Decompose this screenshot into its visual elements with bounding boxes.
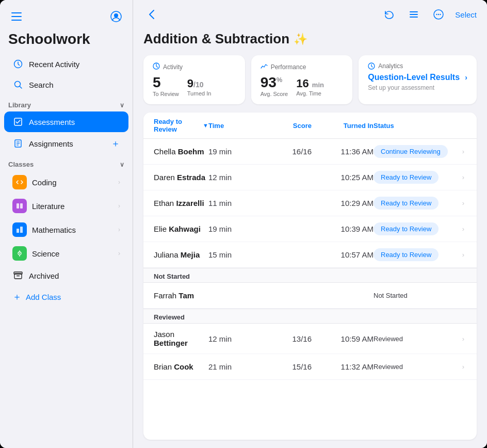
classes-chevron-icon: ∨ [120,161,124,168]
col-header-name[interactable]: Ready to Review ▼ [154,118,208,133]
add-class-label: Add Class [26,293,61,301]
not-started-section-header: Not Started [143,268,477,283]
mathematics-label: Mathematics [32,226,76,234]
analytics-chevron-icon: › [465,73,467,82]
sidebar-item-label: Recent Activity [29,60,79,69]
to-review-stat: 5 To Review [153,75,179,97]
performance-card[interactable]: Performance 93% Avg. Score 16 min Avg. T… [251,55,353,104]
status-badge: Reviewed [374,360,403,373]
row-chevron-icon: › [462,363,464,371]
table-row[interactable]: Ethan Izzarelli 11 min 10:29 AM Ready to… [143,190,477,216]
analytics-card-subtitle: Set up your assessment [368,84,467,91]
td-time: 15 min [208,250,260,259]
sidebar-item-archived[interactable]: Archived [4,266,128,285]
status-badge: Reviewed [374,332,403,345]
td-turned-in: 11:32 AM [312,362,374,371]
sidebar-item-label: Search [29,81,54,89]
svg-rect-12 [17,203,19,209]
td-time: 19 min [208,225,260,233]
td-score: 13/16 [260,334,312,343]
table-row[interactable]: Elie Kahwagi 19 min 10:39 AM Ready to Re… [143,216,477,242]
td-status: Ready to Review › [374,171,466,184]
td-turned-in: 11:36 AM [312,147,374,156]
td-score: 15/16 [260,362,312,371]
sort-icon: ▼ [203,122,208,129]
literature-class-icon [12,199,27,213]
col-header-status[interactable]: Status [374,118,466,133]
archived-icon [12,270,24,281]
table-row[interactable]: Brian Cook 21 min 15/16 11:32 AM Reviewe… [143,354,477,380]
classes-section-header: Classes ∨ [0,154,133,170]
undo-button[interactable] [381,6,397,23]
sidebar-toggle-button[interactable] [8,8,25,25]
profile-icon[interactable] [108,8,124,25]
mathematics-class-icon [12,222,27,237]
table-row[interactable]: Chella Boehm 19 min 16/16 11:36 AM Conti… [143,139,477,165]
svg-rect-25 [410,17,418,18]
more-options-button[interactable] [430,6,447,23]
page-title: Addition & Subtraction ✨ [133,29,487,55]
analytics-card-header: Analytics [368,62,467,70]
sidebar-item-mathematics[interactable]: Mathematics › [4,218,128,241]
td-status: Ready to Review › [374,197,466,210]
coding-label: Coding [32,178,57,187]
add-assessment-button[interactable]: ＋ [111,116,120,128]
literature-chevron-icon: › [118,202,120,210]
sidebar-item-assignments[interactable]: Assignments ＋ [4,133,128,154]
row-chevron-icon: › [462,148,464,155]
list-options-button[interactable] [405,6,422,23]
svg-rect-21 [14,272,22,274]
sidebar-item-science[interactable]: Science › [4,242,128,265]
table-row[interactable]: Farrah Tam Not Started [143,283,477,309]
sidebar-item-label: Assessments [29,118,75,126]
analytics-card[interactable]: Analytics Question-Level Results › Set u… [359,55,477,104]
svg-point-27 [436,14,437,15]
activity-card-icon [153,62,160,71]
reviewed-section-header: Reviewed [143,309,477,324]
svg-rect-23 [410,11,418,12]
td-turned-in: 10:59 AM [312,334,374,343]
recent-activity-icon [12,58,24,70]
students-table: Ready to Review ▼ Time Score Turned In S… [143,113,477,440]
add-class-button[interactable]: ＋ Add Class [4,286,128,307]
sidebar-item-coding[interactable]: Coding › [4,171,128,194]
select-button[interactable]: Select [455,10,477,19]
sidebar-item-search[interactable]: Search [4,75,128,94]
library-section-header: Library ∨ [0,95,133,111]
status-badge: Ready to Review [374,197,439,210]
app-title: Schoolwork [0,29,133,54]
coding-chevron-icon: › [118,179,120,186]
td-time: 19 min [208,147,260,156]
add-assignment-button[interactable]: ＋ [111,137,120,150]
header-left [143,6,160,23]
svg-rect-1 [11,16,22,17]
table-row[interactable]: Daren Estrada 12 min 10:25 AM Ready to R… [143,165,477,190]
sidebar-item-recent-activity[interactable]: Recent Activity [4,54,128,74]
td-status: Reviewed › [374,332,466,345]
bottom-spacer [133,440,487,448]
svg-rect-13 [20,203,23,209]
back-button[interactable] [143,6,160,23]
performance-card-body: 93% Avg. Score 16 min Avg. Time [261,75,344,97]
science-class-icon [12,246,27,261]
td-turned-in: 10:39 AM [312,225,374,233]
activity-card[interactable]: Activity 5 To Review 9/10 Turned In [143,55,245,104]
col-header-score[interactable]: Score [260,118,312,133]
coding-class-icon [12,175,27,189]
td-status: Not Started [374,289,466,302]
performance-card-header: Performance [261,62,344,71]
td-time: 12 min [208,173,260,182]
td-score: 16/16 [260,147,312,156]
sparkle-icon: ✨ [294,33,307,46]
svg-rect-15 [20,227,23,233]
status-badge: Not Started [374,289,408,302]
table-row[interactable]: Juliana Mejia 15 min 10:57 AM Ready to R… [143,242,477,268]
library-chevron-icon: ∨ [120,102,124,109]
sidebar-item-assessments[interactable]: Assessments ＋ [4,111,128,132]
col-header-turned-in[interactable]: Turned In [312,118,374,133]
svg-rect-2 [11,20,22,21]
col-header-time[interactable]: Time [208,118,260,133]
table-row[interactable]: Jason Bettinger 12 min 13/16 10:59 AM Re… [143,324,477,354]
svg-point-6 [15,82,21,87]
sidebar-item-literature[interactable]: Literature › [4,195,128,217]
